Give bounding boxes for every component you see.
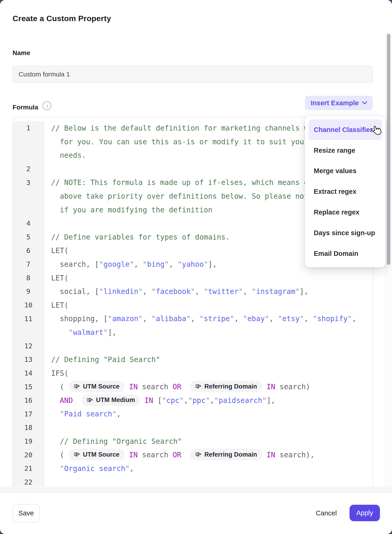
line-number: 20 xyxy=(13,448,44,462)
property-chip-referring-domain[interactable]: Referring Domain xyxy=(190,381,262,392)
line-number: 7 xyxy=(13,257,44,271)
info-icon[interactable]: i xyxy=(42,101,51,110)
line-number: 22 xyxy=(13,475,44,486)
line-number: 10 xyxy=(13,298,44,312)
line-number: 5 xyxy=(13,230,44,244)
footer-divider-band xyxy=(0,486,392,492)
page-title: Create a Custom Property xyxy=(13,14,111,23)
line-number: 13 xyxy=(13,353,44,366)
menu-item-days-since-sign-up[interactable]: Days since sign-up xyxy=(309,223,382,243)
code-text: "walmart"], xyxy=(44,326,373,339)
code-text: "Organic search", xyxy=(44,462,373,475)
line-number: 17 xyxy=(13,407,44,421)
code-text: ( UTM Source IN search OR Referring Doma… xyxy=(44,380,373,394)
merge-field-icon xyxy=(195,452,201,458)
code-line: 20 ( UTM Source IN search OR Referring D… xyxy=(13,448,373,462)
code-line: 22 xyxy=(13,475,373,486)
code-line: 14IFS( xyxy=(13,366,373,380)
save-button[interactable]: Save xyxy=(13,504,40,522)
hand-cursor-icon xyxy=(370,125,382,137)
line-number xyxy=(13,148,44,162)
line-number: 15 xyxy=(13,380,44,394)
code-line: 11 shopping, ["amazon", "alibaba", "stri… xyxy=(13,312,373,326)
chevron-down-icon xyxy=(362,101,367,104)
menu-item-replace-regex[interactable]: Replace regex xyxy=(309,202,382,223)
line-number xyxy=(13,203,44,217)
insert-example-button[interactable]: Insert Example xyxy=(305,96,373,110)
code-text xyxy=(44,339,373,353)
code-text: LET( xyxy=(44,298,373,312)
code-text xyxy=(44,475,373,486)
name-input[interactable] xyxy=(13,66,373,83)
menu-item-resize-range[interactable]: Resize range xyxy=(309,140,382,161)
line-number: 1 xyxy=(13,121,44,135)
code-text: // Defining "Organic Search" xyxy=(44,435,373,448)
scrollbar-thumb[interactable] xyxy=(387,34,390,265)
merge-field-icon xyxy=(74,452,80,458)
line-number: 6 xyxy=(13,244,44,257)
line-number: 18 xyxy=(13,421,44,435)
property-chip-referring-domain[interactable]: Referring Domain xyxy=(190,449,262,460)
menu-item-extract-regex[interactable]: Extract regex xyxy=(309,181,382,202)
code-text: social, ["linkedin", "facebook", "twitte… xyxy=(44,285,373,298)
create-custom-property-dialog: Create a Custom Property Name Formula i … xyxy=(0,0,392,534)
code-text: // Defining "Paid Search" xyxy=(44,353,373,366)
code-line: 8LET( xyxy=(13,271,373,285)
code-line: 9 social, ["linkedin", "facebook", "twit… xyxy=(13,285,373,298)
line-number xyxy=(13,135,44,149)
property-chip-utm-source[interactable]: UTM Source xyxy=(69,449,125,460)
code-text: AND UTM Medium IN ["cpc","ppc","paidsear… xyxy=(44,394,373,407)
code-line: 21 "Organic search", xyxy=(13,462,373,475)
code-line: 15 ( UTM Source IN search OR Referring D… xyxy=(13,380,373,394)
cancel-button[interactable]: Cancel xyxy=(312,506,340,520)
property-chip-utm-source[interactable]: UTM Source xyxy=(69,381,125,392)
code-text: shopping, ["amazon", "alibaba", "stripe"… xyxy=(44,312,373,326)
property-chip-utm-medium[interactable]: UTM Medium xyxy=(82,394,140,406)
code-line: 10LET( xyxy=(13,298,373,312)
formula-label: Formula xyxy=(13,104,38,111)
code-line: "walmart"], xyxy=(13,326,373,339)
line-number: 3 xyxy=(13,176,44,189)
line-number xyxy=(13,189,44,203)
line-number: 12 xyxy=(13,339,44,353)
line-number: 2 xyxy=(13,162,44,176)
code-line: 12 xyxy=(13,339,373,353)
merge-field-icon xyxy=(195,383,201,389)
name-label: Name xyxy=(13,49,30,57)
code-text: "Paid search", xyxy=(44,407,373,421)
line-number: 19 xyxy=(13,435,44,448)
line-number: 14 xyxy=(13,366,44,380)
line-number: 8 xyxy=(13,271,44,285)
line-number: 9 xyxy=(13,285,44,298)
line-number xyxy=(13,326,44,339)
code-text xyxy=(44,421,373,435)
line-number: 11 xyxy=(13,312,44,326)
code-line: 16 AND UTM Medium IN ["cpc","ppc","paids… xyxy=(13,394,373,407)
code-line: 13// Defining "Paid Search" xyxy=(13,353,373,366)
code-line: 18 xyxy=(13,421,373,435)
menu-item-email-domain[interactable]: Email Domain xyxy=(309,243,382,264)
menu-item-merge-values[interactable]: Merge values xyxy=(309,161,382,181)
apply-button[interactable]: Apply xyxy=(350,505,380,521)
code-line: 19 // Defining "Organic Search" xyxy=(13,435,373,448)
merge-field-icon xyxy=(74,383,80,389)
insert-example-menu: Channel ClassifierResize rangeMerge valu… xyxy=(305,116,386,267)
merge-field-icon xyxy=(87,397,93,403)
code-line: 17 "Paid search", xyxy=(13,407,373,421)
code-text: IFS( xyxy=(44,366,373,380)
line-number: 21 xyxy=(13,462,44,475)
code-text: ( UTM Source IN search OR Referring Doma… xyxy=(44,448,373,462)
code-text: LET( xyxy=(44,271,373,285)
line-number: 16 xyxy=(13,394,44,407)
line-number: 4 xyxy=(13,217,44,230)
insert-example-label: Insert Example xyxy=(311,99,359,107)
